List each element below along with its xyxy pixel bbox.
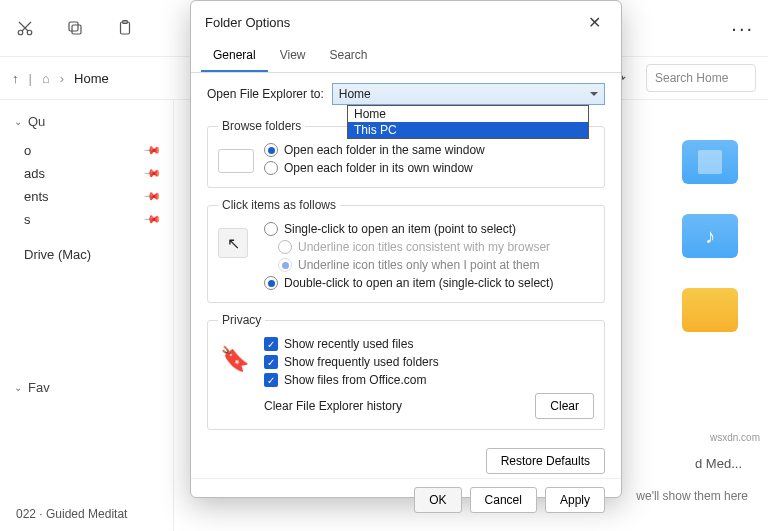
open-explorer-label: Open File Explorer to: [207, 87, 324, 101]
pin-icon: 📌 [142, 164, 161, 183]
check-recent-files[interactable]: Show recently used files [218, 335, 594, 353]
cancel-button[interactable]: Cancel [470, 487, 537, 513]
check-frequent-folders[interactable]: Show frequently used folders [218, 353, 594, 371]
breadcrumb-home[interactable]: Home [74, 71, 109, 86]
folder-documents-icon[interactable] [682, 140, 738, 184]
checkbox-icon [264, 373, 278, 387]
restore-defaults-button[interactable]: Restore Defaults [486, 448, 605, 474]
sidebar: ⌄Qu o📌 ads📌 ents📌 s📌 Drive (Mac) ⌄Fav [0, 100, 174, 531]
radio-icon [264, 222, 278, 236]
ok-button[interactable]: OK [414, 487, 461, 513]
tab-general[interactable]: General [201, 42, 268, 72]
apply-button[interactable]: Apply [545, 487, 605, 513]
clear-history-label: Clear File Explorer history [264, 399, 402, 413]
sidebar-item[interactable]: ads📌 [6, 162, 167, 185]
clear-button[interactable]: Clear [535, 393, 594, 419]
tab-view[interactable]: View [268, 42, 318, 72]
check-office-files[interactable]: Show files from Office.com [218, 371, 594, 389]
svg-rect-2 [72, 25, 81, 34]
sidebar-group-quick[interactable]: ⌄Qu [6, 110, 167, 133]
copy-icon[interactable] [64, 17, 86, 39]
group-privacy: Privacy 🔖 Show recently used files Show … [207, 313, 605, 430]
sidebar-group-fav[interactable]: ⌄Fav [6, 376, 167, 399]
dropdown-item-thispc[interactable]: This PC [348, 122, 588, 138]
checkbox-icon [264, 337, 278, 351]
search-input[interactable]: Search Home [646, 64, 756, 92]
radio-same-window[interactable]: Open each folder in the same window [218, 141, 594, 159]
dialog-titlebar: Folder Options ✕ [191, 1, 621, 42]
sidebar-item[interactable]: s📌 [6, 208, 167, 231]
item-label: d Med... [695, 456, 742, 471]
chevron-down-icon: ⌄ [14, 116, 22, 127]
chevron-down-icon: ⌄ [14, 382, 22, 393]
pin-icon: 📌 [142, 210, 161, 229]
tab-search[interactable]: Search [318, 42, 380, 72]
radio-double-click[interactable]: Double-click to open an item (single-cli… [218, 274, 594, 292]
radio-own-window[interactable]: Open each folder in its own window [218, 159, 594, 177]
pin-icon: 📌 [142, 141, 161, 160]
open-explorer-row: Open File Explorer to: Home Home This PC [207, 83, 605, 105]
dialog-title: Folder Options [205, 15, 290, 30]
folder-music-icon[interactable]: ♪ [682, 214, 738, 258]
dialog-tabs: General View Search [191, 42, 621, 73]
sidebar-item[interactable]: ents📌 [6, 185, 167, 208]
folder-options-dialog: Folder Options ✕ General View Search Ope… [190, 0, 622, 498]
radio-icon [278, 240, 292, 254]
cursor-icon: ↖ [218, 228, 248, 258]
radio-underline-point: Underline icon titles only when I point … [218, 256, 594, 274]
dropdown-item-home[interactable]: Home [348, 106, 588, 122]
status-bar: 022 · Guided Meditat [16, 507, 127, 521]
open-explorer-dropdown: Home This PC [347, 105, 589, 139]
home-icon[interactable]: ⌂ [42, 71, 50, 86]
overflow-menu[interactable]: ··· [731, 17, 754, 40]
privacy-icon: 🔖 [220, 345, 250, 373]
folder-downloads-icon[interactable] [682, 288, 738, 332]
group-click-items: Click items as follows ↖ Single-click to… [207, 198, 605, 303]
hint-text: we'll show them here [636, 489, 748, 503]
up-icon[interactable]: ↑ [12, 71, 19, 86]
radio-icon [278, 258, 292, 272]
pin-icon: 📌 [142, 187, 161, 206]
radio-single-click[interactable]: Single-click to open an item (point to s… [218, 220, 594, 238]
close-icon[interactable]: ✕ [582, 11, 607, 34]
window-icon [218, 149, 254, 173]
svg-rect-3 [69, 22, 78, 31]
paste-icon[interactable] [114, 17, 136, 39]
cut-icon[interactable] [14, 17, 36, 39]
radio-icon [264, 161, 278, 175]
radio-underline-browser: Underline icon titles consistent with my… [218, 238, 594, 256]
sidebar-item[interactable]: o📌 [6, 139, 167, 162]
watermark: wsxdn.com [710, 432, 760, 443]
dialog-buttons: OK Cancel Apply [191, 478, 621, 525]
checkbox-icon [264, 355, 278, 369]
radio-icon [264, 143, 278, 157]
radio-icon [264, 276, 278, 290]
open-explorer-combo[interactable]: Home [332, 83, 605, 105]
sidebar-item-drive[interactable]: Drive (Mac) [6, 243, 167, 266]
